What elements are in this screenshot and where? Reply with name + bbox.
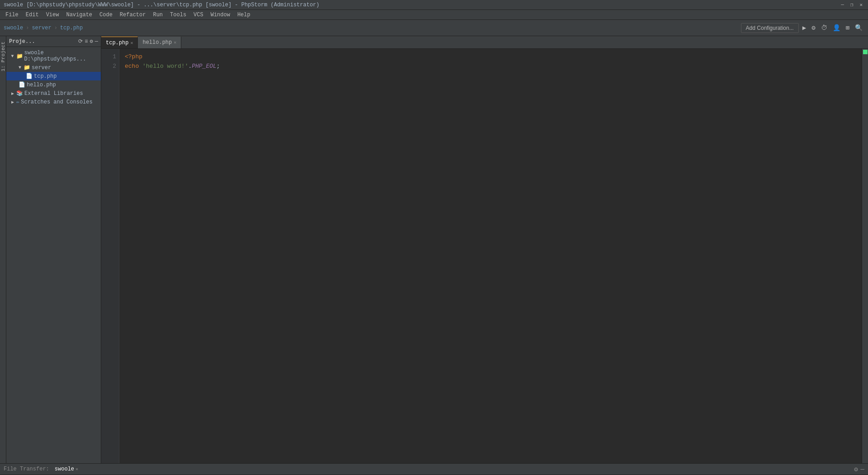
menu-tools[interactable]: Tools (166, 11, 190, 19)
tree-item-swoole[interactable]: ▼ 📁 swoole D:\phpstudy\phps... (6, 49, 101, 63)
project-panel-title: Proje... (9, 38, 76, 45)
window-title: swoole [D:\phpstudy\phpstudy\WWW\swoole]… (4, 2, 320, 8)
line-num-1: 1 (101, 52, 116, 62)
menu-run[interactable]: Run (149, 11, 166, 19)
editor-tabs: tcp.php ✕ hello.php ✕ (101, 36, 868, 49)
ft-settings-icon[interactable]: ⚙ (854, 466, 858, 473)
code-content[interactable]: <?php echo 'hello word!'.PHP_EOL; (119, 49, 862, 463)
main-layout: 1: Project Proje... ⟳ ≡ ⚙ — ▼ 📁 swoole D… (0, 36, 868, 463)
right-gutter (862, 49, 868, 463)
project-panel-header: Proje... ⟳ ≡ ⚙ — (6, 36, 101, 47)
window-controls: — ❐ ✕ (839, 2, 864, 8)
server-folder-icon: 📁 (24, 64, 30, 71)
tree-item-hello[interactable]: 📄 hello.php (6, 80, 101, 89)
toolbar: swoole › server › tcp.php Add Configurat… (0, 20, 868, 36)
menu-edit[interactable]: Edit (22, 11, 42, 19)
bottom-panel: File Transfer: swoole ✕ ⚙ — [2022/3/17 2… (0, 463, 868, 475)
scratches-icon: ✏ (16, 99, 19, 105)
menu-refactor[interactable]: Refactor (116, 11, 150, 19)
menu-file[interactable]: File (2, 11, 22, 19)
tree-arrow-swoole: ▼ (11, 54, 14, 59)
menu-help[interactable]: Help (234, 11, 254, 19)
menu-navigate[interactable]: Navigate (62, 11, 96, 19)
tree-item-external-libs[interactable]: ▶ 📚 External Libraries (6, 89, 101, 98)
ft-tab-swoole-close[interactable]: ✕ (75, 466, 78, 472)
tree-label-tcp: tcp.php (34, 73, 57, 80)
menu-bar: File Edit View Navigate Code Refactor Ru… (0, 10, 868, 20)
tab-tcp-php-label: tcp.php (106, 40, 128, 46)
ft-tab-swoole-label: swoole (55, 466, 74, 472)
tree-arrow-extlibs: ▶ (11, 91, 14, 96)
tree-label-hello: hello.php (27, 82, 56, 88)
minimize-btn[interactable]: — (839, 2, 846, 8)
editor-area: tcp.php ✕ hello.php ✕ 1 2 <?php echo 'he… (101, 36, 868, 463)
project-tab[interactable]: 1: Project (0, 38, 7, 75)
title-bar: swoole [D:\phpstudy\phpstudy\WWW\swoole]… (0, 0, 868, 10)
add-configuration-button[interactable]: Add Configuration... (741, 23, 799, 33)
file-transfer-header: File Transfer: swoole ✕ ⚙ — (0, 464, 868, 475)
hello-file-icon: 📄 (19, 81, 25, 88)
maximize-btn[interactable]: ❐ (849, 2, 855, 8)
tree-label-server: server (32, 65, 51, 71)
ft-tab-swoole[interactable]: swoole ✕ (52, 465, 81, 473)
settings-button[interactable]: 🔍 (853, 23, 864, 33)
menu-window[interactable]: Window (207, 11, 234, 19)
tree-item-tcp[interactable]: 📄 tcp.php (6, 72, 101, 80)
tree-label-extlibs: External Libraries (24, 90, 83, 97)
project-panel-hide[interactable]: — (95, 38, 98, 45)
layout-button[interactable]: ⊞ (844, 23, 851, 33)
tree-item-scratches[interactable]: ▶ ✏ Scratches and Consoles (6, 98, 101, 106)
tree-label-scratches: Scratches and Consoles (21, 99, 92, 105)
project-tree: ▼ 📁 swoole D:\phpstudy\phps... ▼ 📁 serve… (6, 47, 101, 463)
tree-arrow-scratches: ▶ (11, 99, 14, 105)
breadcrumb-server[interactable]: server (32, 25, 51, 31)
gutter-indicator (863, 50, 868, 54)
code-editor[interactable]: 1 2 <?php echo 'hello word!'.PHP_EOL; (101, 49, 868, 463)
breadcrumb-tcpphp[interactable]: tcp.php (60, 25, 83, 31)
tab-hello-php-label: hello.php (142, 39, 172, 46)
tree-label-swoole: swoole D:\phpstudy\phps... (24, 50, 99, 62)
left-sidebar-tabs: 1: Project (0, 36, 6, 463)
line-num-2: 2 (101, 62, 116, 71)
project-panel-collapse[interactable]: ≡ (85, 38, 88, 45)
php-file-icon: 📄 (26, 73, 33, 80)
tab-tcp-php-close[interactable]: ✕ (130, 40, 133, 46)
project-panel: Proje... ⟳ ≡ ⚙ — ▼ 📁 swoole D:\phpstudy\… (6, 36, 101, 463)
tab-hello-php-close[interactable]: ✕ (174, 40, 176, 45)
file-transfer-label: File Transfer: (4, 466, 49, 472)
line-numbers: 1 2 (101, 49, 119, 463)
profile-button[interactable]: ⏱ (819, 24, 829, 33)
tab-tcp-php[interactable]: tcp.php ✕ (101, 37, 138, 48)
menu-code[interactable]: Code (96, 11, 116, 19)
ft-minimize-icon[interactable]: — (861, 466, 864, 473)
debug-button[interactable]: ⚙ (810, 23, 817, 33)
ext-libs-icon: 📚 (16, 90, 23, 97)
tree-item-server[interactable]: ▼ 📁 server (6, 63, 101, 72)
user-button[interactable]: 👤 (831, 23, 842, 33)
close-btn[interactable]: ✕ (858, 2, 864, 8)
project-panel-gear[interactable]: ⚙ (90, 38, 93, 45)
menu-vcs[interactable]: VCS (190, 11, 207, 19)
run-button[interactable]: ▶ (801, 23, 808, 33)
tab-hello-php[interactable]: hello.php ✕ (138, 37, 181, 48)
folder-icon: 📁 (16, 53, 23, 60)
breadcrumb-swoole[interactable]: swoole (4, 25, 23, 31)
tree-arrow-server: ▼ (19, 65, 21, 70)
project-panel-sync[interactable]: ⟳ (78, 38, 83, 45)
menu-view[interactable]: View (42, 11, 63, 19)
